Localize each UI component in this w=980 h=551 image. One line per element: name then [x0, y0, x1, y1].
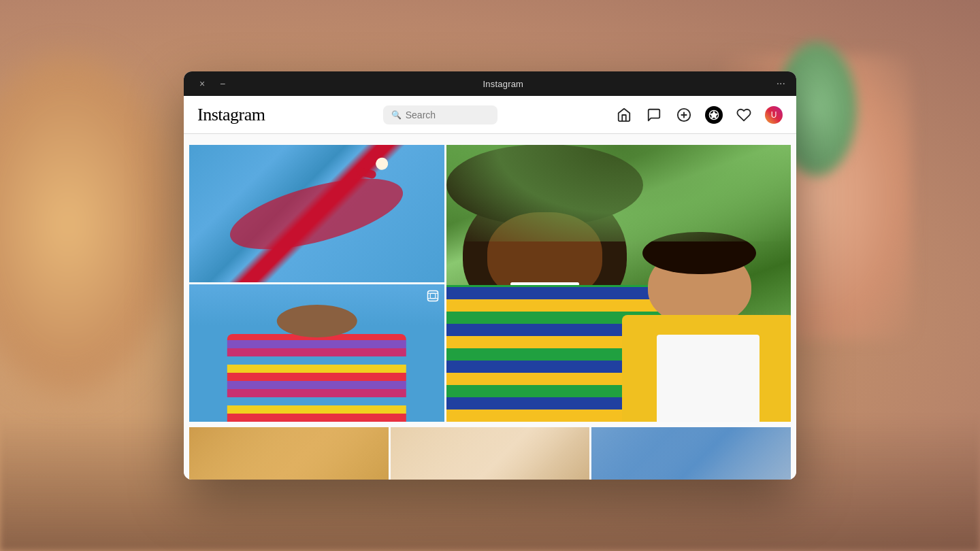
- grid-item-6[interactable]: [591, 427, 791, 480]
- home-svg: [617, 107, 632, 122]
- grid-item-3[interactable]: [189, 284, 444, 422]
- close-icon: ×: [199, 78, 205, 89]
- close-button[interactable]: ×: [195, 76, 210, 91]
- grid-item-2[interactable]: [446, 145, 791, 422]
- compass-svg: [708, 110, 719, 120]
- navbar: Instagram 🔍: [184, 96, 796, 134]
- notifications-icon[interactable]: [735, 106, 753, 124]
- app-content: Instagram 🔍: [184, 96, 796, 480]
- minimize-icon: −: [220, 78, 225, 89]
- grid-item-5[interactable]: [391, 427, 590, 480]
- heart-svg: [736, 107, 751, 122]
- home-icon[interactable]: [615, 106, 633, 124]
- explore-grid: [184, 139, 796, 427]
- titlebar-title: Instagram: [483, 79, 524, 89]
- titlebar-controls: × −: [195, 76, 230, 91]
- titlebar: × − Instagram ···: [184, 71, 796, 96]
- main-content: [184, 134, 796, 480]
- left-column: [189, 145, 444, 422]
- instagram-logo: Instagram: [197, 105, 265, 125]
- search-bar[interactable]: 🔍: [383, 105, 497, 124]
- avatar[interactable]: U: [765, 106, 783, 124]
- svg-rect-5: [427, 291, 438, 301]
- more-button[interactable]: ···: [777, 78, 785, 90]
- bg-decoration-left: [0, 54, 177, 395]
- svg-rect-6: [430, 293, 436, 299]
- messenger-svg: [647, 107, 662, 122]
- minimize-button[interactable]: −: [215, 76, 230, 91]
- avatar-initial: U: [771, 110, 777, 120]
- search-icon: 🔍: [391, 110, 402, 120]
- grid-item-4[interactable]: [189, 427, 389, 480]
- messenger-icon[interactable]: [645, 106, 663, 124]
- search-input[interactable]: [406, 110, 489, 120]
- grid-item-1[interactable]: [189, 145, 444, 282]
- compass-icon[interactable]: [705, 106, 723, 124]
- create-svg: [676, 107, 691, 122]
- bottom-row: [184, 427, 796, 480]
- middle-column: [446, 145, 791, 422]
- reels-icon: [427, 290, 439, 305]
- app-window: × − Instagram ··· Instagram 🔍: [184, 71, 796, 480]
- create-icon[interactable]: [675, 106, 693, 124]
- navbar-icons: U: [615, 106, 783, 124]
